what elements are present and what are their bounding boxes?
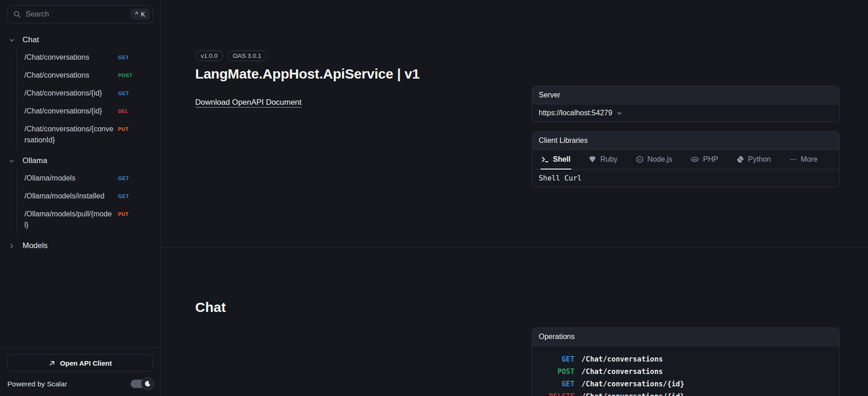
tab-shell[interactable]: Shell [541,150,571,169]
tab-more[interactable]: More [789,150,818,169]
nodejs-hexagon-icon: js [636,156,643,163]
operation-path: /Chat/conversations [581,355,663,363]
operation-path: /Chat/conversations [581,368,663,376]
version-badge: v1.0.0 [195,51,223,61]
operation-row[interactable]: POST /Chat/conversations [539,365,833,378]
svg-text:js: js [638,158,641,161]
arrow-up-right-icon [49,360,56,367]
method-badge: GET [118,175,129,181]
sidebar-group-models: Models [0,237,160,255]
operation-method: DELETE [539,392,575,396]
tab-ruby[interactable]: Ruby [588,150,618,169]
server-card-title: Server [532,86,839,104]
operations-list: GET /Chat/conversations POST /Chat/conve… [532,346,839,396]
powered-row: Powered by Scalar [0,376,160,396]
section-heading-chat: Chat [195,300,226,315]
sidebar-group-header-chat[interactable]: Chat [0,31,160,49]
sidebar-endpoint[interactable]: /Chat/conversations/{id} DEL [17,102,160,120]
sidebar-endpoint[interactable]: /Chat/conversations GET [17,49,160,67]
tab-php[interactable]: php PHP [690,150,719,169]
svg-text:php: php [693,158,697,161]
endpoint-path: /Chat/conversations/{conversationId} [24,124,114,146]
sidebar-nav: Chat /Chat/conversations GET /Chat/conve… [0,23,160,255]
sidebar-endpoint[interactable]: /Chat/conversations/{conversationId} PUT [17,120,160,149]
toggle-knob [141,377,154,390]
search-shortcut: ^ K [131,9,150,20]
sidebar-endpoint[interactable]: /Chat/conversations/{id} GET [17,85,160,102]
method-badge: GET [118,193,129,199]
server-url-dropdown[interactable]: https://localhost:54279 [532,104,839,122]
client-library-variant[interactable]: Shell Curl [532,170,839,187]
chevron-down-icon [8,37,15,44]
main-content: v1.0.0 OAS 3.0.1 LangMate.AppHost.ApiSer… [161,0,868,396]
chevron-down-icon [616,110,622,116]
endpoint-path: /Ollama/models/installed [24,191,114,202]
open-api-client-button[interactable]: Open API Client [7,354,153,372]
sidebar-endpoint[interactable]: /Ollama/models GET [17,170,160,187]
powered-by-label[interactable]: Powered by Scalar [7,380,67,388]
terminal-icon [541,156,549,163]
tab-label: Ruby [600,155,617,164]
sidebar-group-chat: Chat /Chat/conversations GET /Chat/conve… [0,31,160,149]
operation-path: /Chat/conversations/{id} [581,380,684,388]
api-hero: v1.0.0 OAS 3.0.1 LangMate.AppHost.ApiSer… [195,51,420,107]
sidebar-endpoint[interactable]: /Ollama/models/pull/{model} PUT [17,205,160,234]
sidebar: ^ K Chat /Chat/conversations GET /Chat/c… [0,0,161,396]
search-box[interactable]: ^ K [7,5,153,23]
python-icon [737,156,744,163]
download-openapi-link[interactable]: Download OpenAPI Document [195,98,302,107]
sidebar-group-ollama: Ollama /Ollama/models GET /Ollama/models… [0,152,160,234]
tab-label: Node.js [648,155,672,164]
operation-method: GET [539,380,575,388]
moon-icon [144,380,151,387]
tab-label: Shell [553,155,570,164]
endpoint-path: /Chat/conversations/{id} [24,88,114,99]
sidebar-endpoint[interactable]: /Ollama/models/installed GET [17,187,160,205]
page-title: LangMate.AppHost.ApiService | v1 [195,66,420,82]
endpoint-path: /Ollama/models/pull/{model} [24,209,114,231]
tab-label: More [801,155,817,164]
method-badge: DEL [118,108,129,114]
tab-python[interactable]: Python [736,150,772,169]
operation-method: GET [539,355,575,363]
operations-card: Operations GET /Chat/conversations POST … [532,328,840,396]
endpoint-path: /Ollama/models [24,173,114,184]
server-url: https://localhost:54279 [539,109,612,117]
sidebar-group-items: /Chat/conversations GET /Chat/conversati… [17,49,160,149]
sidebar-group-label: Models [23,241,48,250]
sidebar-footer: Open API Client Powered by Scalar [0,347,160,396]
endpoint-path: /Chat/conversations/{id} [24,106,114,117]
sidebar-endpoint[interactable]: /Chat/conversations POST [17,67,160,85]
chevron-right-icon [8,243,15,249]
badge-row: v1.0.0 OAS 3.0.1 [195,51,420,61]
sidebar-group-label: Ollama [23,156,47,165]
dark-mode-toggle[interactable] [130,377,154,390]
sidebar-group-label: Chat [23,35,39,45]
operation-row[interactable]: GET /Chat/conversations [539,353,833,365]
search-input[interactable] [26,10,126,18]
method-badge: PUT [118,126,129,132]
endpoint-path: /Chat/conversations [24,70,114,81]
chevron-down-icon [8,158,15,164]
method-badge: GET [118,90,129,96]
method-badge: PUT [118,211,129,217]
tab-nodejs[interactable]: js Node.js [635,150,673,169]
method-badge: POST [118,72,133,79]
server-card: Server https://localhost:54279 [532,86,840,122]
sidebar-group-header-models[interactable]: Models [0,237,160,255]
operations-card-title: Operations [532,328,839,346]
search-wrap: ^ K [0,0,160,23]
operation-row[interactable]: DELETE /Chat/conversations/{id} [539,390,833,396]
sidebar-group-items: /Ollama/models GET /Ollama/models/instal… [17,170,160,234]
operation-row[interactable]: GET /Chat/conversations/{id} [539,378,833,390]
endpoint-path: /Chat/conversations [24,52,114,63]
client-libraries-title: Client Libraries [532,132,839,150]
operation-method: POST [539,368,575,376]
search-icon [13,11,21,18]
tab-label: Python [748,155,771,164]
sidebar-group-header-ollama[interactable]: Ollama [0,152,160,170]
tab-label: PHP [703,155,718,164]
open-api-client-label: Open API Client [60,359,112,367]
method-badge: GET [118,54,129,61]
client-library-tabs: Shell Ruby js Node.js [532,150,839,170]
